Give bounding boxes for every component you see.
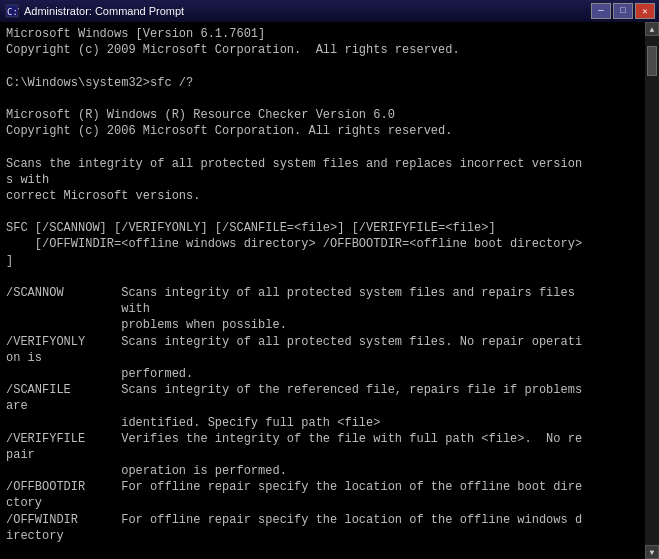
scroll-up-arrow[interactable]: ▲ — [645, 22, 659, 36]
title-bar-buttons: ─ □ ✕ — [591, 3, 655, 19]
console-output[interactable]: Microsoft Windows [Version 6.1.7601] Cop… — [0, 22, 645, 559]
scroll-thumb[interactable] — [647, 46, 657, 76]
title-bar: C:\ Administrator: Command Prompt ─ □ ✕ — [0, 0, 659, 22]
svg-text:C:\: C:\ — [7, 7, 19, 17]
maximize-button[interactable]: □ — [613, 3, 633, 19]
scroll-down-arrow[interactable]: ▼ — [645, 545, 659, 559]
window: C:\ Administrator: Command Prompt ─ □ ✕ … — [0, 0, 659, 559]
scrollbar: ▲ ▼ — [645, 22, 659, 559]
minimize-button[interactable]: ─ — [591, 3, 611, 19]
close-button[interactable]: ✕ — [635, 3, 655, 19]
title-bar-text: Administrator: Command Prompt — [24, 5, 591, 17]
title-bar-icon: C:\ — [4, 3, 20, 19]
scroll-track — [645, 36, 659, 545]
main-area: Microsoft Windows [Version 6.1.7601] Cop… — [0, 22, 659, 559]
